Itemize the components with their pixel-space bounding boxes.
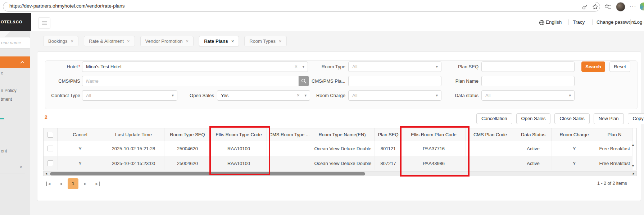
col-room-charge[interactable]: Room Charge: [552, 128, 597, 141]
table-row[interactable]: Y 2025-10-02 15:23:00 25004620 RAA10100 …: [44, 156, 632, 171]
caret-down-icon[interactable]: ▾: [436, 91, 438, 100]
browser-bar: https://dev-partners.ohmyhotel.com/vendo…: [0, 0, 644, 13]
col-last-update-time[interactable]: Last Update Time: [103, 128, 164, 141]
account-ring-icon[interactable]: [640, 3, 644, 10]
password-key-icon[interactable]: [581, 3, 589, 10]
sidebar-active-item-indicator[interactable]: [0, 118, 4, 119]
plan-seq-input[interactable]: [481, 61, 575, 72]
close-icon[interactable]: ×: [127, 36, 130, 46]
caret-down-icon[interactable]: ▾: [569, 91, 571, 100]
tab-room-types[interactable]: Room Types×: [244, 36, 286, 46]
plan-name-input[interactable]: [481, 76, 575, 86]
col-data-status[interactable]: Data Status: [515, 128, 552, 141]
col-cancel[interactable]: Cancel: [57, 128, 103, 141]
caret-down-icon[interactable]: ▾: [302, 62, 304, 72]
cms-pms-label: CMS/PMS: [47, 76, 80, 86]
last-page-button[interactable]: ►: [92, 178, 103, 189]
sidebar-item[interactable]: n Policy: [1, 88, 17, 93]
col-room-type-name-en[interactable]: Room Type Name(EN): [310, 128, 375, 141]
table-scroll-down-icon[interactable]: ▼: [631, 164, 635, 168]
url-text[interactable]: https://dev-partners.ohmyhotel.com/vendo…: [9, 0, 124, 13]
plan-seq-label: Plan SEQ: [443, 61, 479, 72]
cms-pms-search-button[interactable]: [299, 76, 309, 86]
tab-rate-plans[interactable]: Rate Plans×: [199, 36, 239, 46]
favorite-star-icon[interactable]: [591, 3, 599, 10]
row-checkbox[interactable]: [47, 146, 53, 151]
col-cms-plan-code[interactable]: CMS Plan Code: [466, 128, 515, 141]
sidebar-item[interactable]: ent: [1, 148, 7, 154]
hamburger-menu-button[interactable]: [38, 17, 50, 29]
caret-down-icon[interactable]: ▾: [172, 91, 174, 100]
new-plan-button[interactable]: New Plan: [594, 113, 624, 124]
sidebar-collapse-chevron-down-icon[interactable]: ∨: [19, 165, 22, 169]
prev-page-button[interactable]: ◄: [55, 178, 66, 189]
open-sales-label: Open Sales: [178, 90, 214, 101]
close-sales-button[interactable]: Close Sales: [554, 113, 589, 124]
contract-type-label: Contract Type: [47, 90, 80, 101]
sidebar-item[interactable]: e: [1, 70, 3, 76]
user-name[interactable]: Tracy: [573, 19, 585, 26]
first-page-button[interactable]: ◄: [43, 178, 54, 189]
open-sales-select[interactable]: Yes × ▾: [217, 90, 310, 101]
horizontal-scrollbar[interactable]: ◄ ►: [43, 171, 637, 176]
cancellation-button[interactable]: Cancellation: [476, 113, 512, 124]
col-ellis-room-type-code[interactable]: Ellis Room Type Code: [211, 128, 267, 141]
row-checkbox[interactable]: [47, 160, 53, 166]
collections-icon[interactable]: [604, 3, 612, 10]
logout-link[interactable]: Log out: [634, 19, 644, 26]
contract-type-select[interactable]: All ▾: [82, 90, 177, 101]
scroll-right-icon[interactable]: ►: [632, 171, 635, 176]
globe-icon: [538, 19, 545, 26]
reset-button[interactable]: Reset: [609, 61, 630, 72]
sidebar-section-expanded[interactable]: [0, 56, 30, 68]
hotel-select[interactable]: Mina's Test Hotel × ▾: [82, 61, 308, 72]
col-plan-name[interactable]: Plan N: [597, 128, 632, 141]
room-type-select[interactable]: All ▾: [348, 61, 441, 72]
table-row[interactable]: Y 2025-10-02 15:21:28 25004620 RAA10100 …: [44, 141, 632, 156]
clear-icon[interactable]: ×: [297, 91, 300, 100]
tab-vendor-promotion[interactable]: Vendor Promotion×: [140, 36, 194, 46]
open-sales-button[interactable]: Open Sales: [516, 113, 551, 124]
close-icon[interactable]: ×: [279, 36, 282, 46]
caret-down-icon[interactable]: ▾: [436, 62, 438, 72]
sidebar-divider: [0, 174, 25, 174]
pagination-info: 1 - 2 of 2 items: [597, 181, 627, 186]
browser-menu-icon[interactable]: ···: [629, 2, 637, 11]
col-cms-room-type[interactable]: CMS Room Type ...: [267, 128, 310, 141]
close-icon[interactable]: ×: [186, 36, 189, 46]
hotel-label: Hotel*: [47, 61, 80, 72]
current-page[interactable]: 1: [68, 178, 78, 189]
tab-bookings[interactable]: Bookings×: [43, 36, 78, 46]
cms-pms-plan-input[interactable]: [348, 76, 441, 86]
copy-button[interactable]: Copy: [628, 113, 644, 124]
sidebar-item[interactable]: tment: [1, 97, 12, 102]
cms-pms-input[interactable]: [82, 76, 299, 86]
tab-rate-allotment[interactable]: Rate & Allotment×: [84, 36, 135, 46]
room-charge-select[interactable]: All ▾: [348, 90, 441, 101]
language-selector[interactable]: English: [546, 19, 562, 26]
browser-profile-avatar[interactable]: [616, 2, 625, 12]
clear-icon[interactable]: ×: [295, 62, 298, 72]
table-scroll-up-icon[interactable]: ▲: [631, 143, 635, 147]
sidebar-menu-search-input[interactable]: enu name: [0, 37, 30, 49]
caret-down-icon[interactable]: ▾: [304, 91, 307, 100]
data-status-select[interactable]: All ▾: [481, 90, 575, 101]
col-ellis-room-plan-code[interactable]: Ellis Room Plan Code: [402, 128, 466, 141]
next-page-button[interactable]: ►: [80, 178, 91, 189]
open-tabs-bar: Bookings× Rate & Allotment× Vendor Promo…: [43, 36, 287, 46]
change-password-link[interactable]: Change password: [597, 19, 636, 26]
search-button[interactable]: Search: [581, 61, 605, 72]
search-icon: [301, 78, 307, 84]
screen: https://dev-partners.ohmyhotel.com/vendo…: [0, 0, 644, 215]
scroll-left-icon[interactable]: ◄: [45, 171, 48, 176]
room-type-label: Room Type: [309, 61, 345, 72]
toolbar: Cancellation Open Sales Close Sales New …: [476, 113, 644, 124]
col-room-type-seq[interactable]: Room Type SEQ: [164, 128, 211, 141]
close-icon[interactable]: ×: [231, 36, 234, 46]
rate-plans-table: Cancel Last Update Time Room Type SEQ El…: [43, 128, 637, 170]
select-all-checkbox[interactable]: [47, 132, 53, 138]
close-icon[interactable]: ×: [71, 36, 73, 46]
scrollbar-thumb[interactable]: [50, 172, 365, 175]
room-charge-label: Room Charge: [309, 90, 345, 101]
col-plan-seq[interactable]: Plan SEQ: [375, 128, 402, 141]
